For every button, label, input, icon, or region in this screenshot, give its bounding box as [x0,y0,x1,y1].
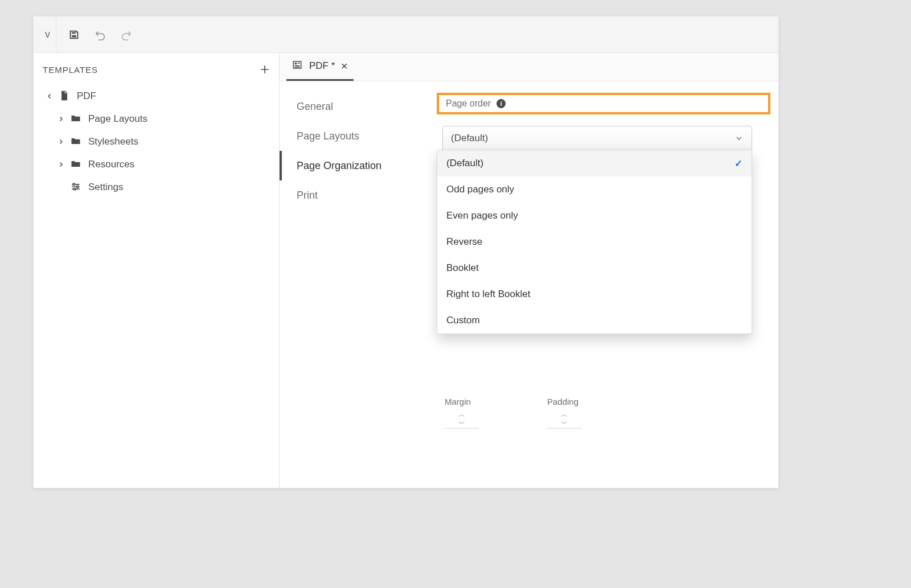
dropdown-option-custom[interactable]: Custom [437,307,752,334]
tab-label: PDF * [309,60,335,72]
padding-stepper[interactable]: ︿ ﹀ [547,410,581,429]
settings-panel: Page order i (Default) [426,81,778,488]
svg-point-0 [73,183,75,185]
pdf-file-icon [59,90,71,102]
folder-icon [70,135,83,148]
tree-item-resources[interactable]: Resources [34,153,279,176]
dropdown-option-booklet[interactable]: Booklet [437,255,752,281]
page-order-label: Page order [446,98,491,109]
tab-pdf[interactable]: PDF * ✕ [286,53,354,81]
subnav-general[interactable]: General [280,92,426,121]
info-icon[interactable]: i [496,99,506,108]
tree-item-stylesheets[interactable]: Stylesheets [34,130,279,153]
view-menu-stub[interactable]: v [45,28,50,40]
subnav-page-organization[interactable]: Page Organization [280,151,426,180]
margin-stepper[interactable]: ︿ ﹀ [445,410,479,429]
tree-item-pdf[interactable]: PDF [34,85,279,108]
svg-rect-4 [295,63,297,64]
subnav-page-layouts[interactable]: Page Layouts [280,121,426,151]
top-toolbar: v [34,17,778,53]
dropdown-option-rtl-booklet[interactable]: Right to left Booklet [437,281,752,307]
sidebar-title: TEMPLATES [43,65,98,75]
chevron-down-icon[interactable]: ﹀ [458,419,465,428]
dropdown-option-label: Booklet [446,262,479,274]
folder-icon [70,158,83,171]
svg-point-1 [77,186,79,187]
dropdown-option-label: Custom [446,315,480,326]
folder-icon [70,113,83,125]
page-order-label-highlight: Page order i [437,93,770,114]
dropdown-option-odd[interactable]: Odd pages only [437,176,752,203]
dropdown-option-default[interactable]: (Default) ✓ [437,150,752,176]
chevron-left-icon [45,93,54,100]
sidebar: TEMPLATES PDF [34,53,280,488]
chevron-up-icon[interactable]: ︿ [561,410,568,419]
chevron-down-icon[interactable]: ﹀ [561,419,568,428]
svg-point-2 [74,188,76,190]
dropdown-option-label: Odd pages only [446,184,514,195]
tree-item-label: Settings [88,182,123,193]
tree-item-label: Stylesheets [88,136,138,147]
dropdown-option-label: (Default) [446,158,483,169]
redo-icon[interactable] [120,28,133,41]
chevron-up-icon[interactable]: ︿ [458,410,465,419]
margin-field: Margin ︿ ﹀ [445,397,496,429]
dropdown-option-reverse[interactable]: Reverse [437,229,752,255]
tree-item-label: Page Layouts [88,113,147,125]
margin-label: Margin [445,397,471,406]
chevron-right-icon [56,138,65,145]
dropdown-option-even[interactable]: Even pages only [437,203,752,229]
tree-item-settings[interactable]: . Settings [34,176,279,199]
undo-icon[interactable] [94,28,106,41]
chevron-down-icon [734,134,744,143]
document-icon [292,60,305,72]
tab-bar: PDF * ✕ [280,53,778,81]
settings-subnav: General Page Layouts Page Organization P… [280,81,426,488]
dropdown-option-label: Reverse [446,236,482,248]
page-order-dropdown: (Default) ✓ Odd pages only Even pages on… [437,150,752,334]
tree-item-page-layouts[interactable]: Page Layouts [34,108,279,130]
close-icon[interactable]: ✕ [340,61,348,72]
dropdown-option-label: Right to left Booklet [446,289,530,300]
settings-sliders-icon [70,181,83,194]
template-tree: PDF Page Layouts [34,85,279,199]
content-pane: PDF * ✕ General Page Layouts Page Organi… [280,53,778,488]
padding-field: Padding ︿ ﹀ [547,397,598,429]
toolbar-separator [56,17,56,53]
subnav-print[interactable]: Print [280,180,426,210]
tree-item-label: PDF [77,91,96,102]
save-icon[interactable] [68,28,80,41]
page-order-selected-value: (Default) [451,133,488,144]
add-template-button[interactable] [258,63,271,76]
padding-label: Padding [547,397,578,406]
check-icon: ✓ [734,158,742,170]
tree-item-label: Resources [88,159,134,170]
chevron-right-icon [56,116,65,122]
app-window: v TEMPLATES [33,16,779,488]
page-order-select[interactable]: (Default) [442,126,752,151]
chevron-right-icon [56,161,65,168]
dropdown-option-label: Even pages only [446,210,518,221]
